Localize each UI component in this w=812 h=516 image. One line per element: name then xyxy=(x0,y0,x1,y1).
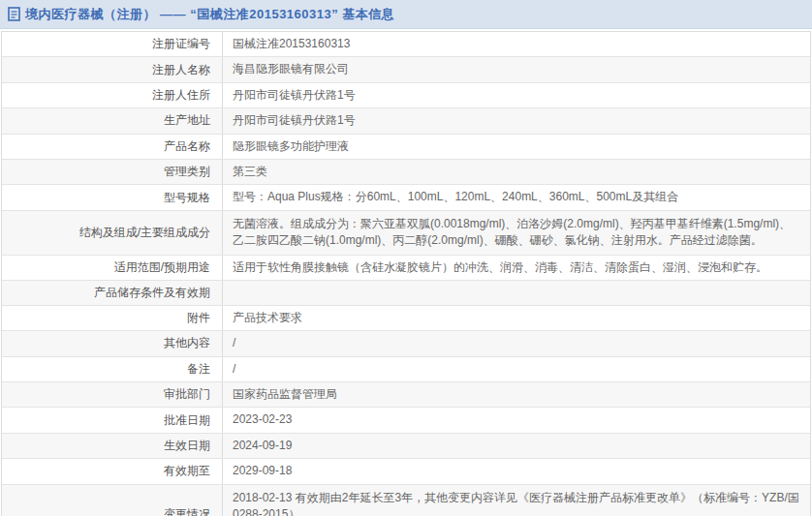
row-value: 2024-09-19 xyxy=(223,434,810,458)
row-value: 海昌隐形眼镜有限公司 xyxy=(223,57,810,81)
row-value: 产品技术要求 xyxy=(223,306,810,330)
row-label: 型号规格 xyxy=(2,185,223,209)
document-icon xyxy=(8,7,20,21)
row-label: 备注 xyxy=(2,357,223,381)
row-value: / xyxy=(223,331,810,355)
table-row-production-address: 生产地址 丹阳市司徒镇丹伏路1号 xyxy=(2,108,810,134)
row-label: 产品名称 xyxy=(2,135,223,159)
row-label: 附件 xyxy=(2,306,223,330)
page-title: 境内医疗器械（注册） —— “国械注准20153160313” 基本信息 xyxy=(25,6,394,23)
row-label: 变更情况 xyxy=(2,485,223,516)
row-label: 注册证编号 xyxy=(2,32,223,56)
registration-info-page: 境内医疗器械（注册） —— “国械注准20153160313” 基本信息 注册证… xyxy=(0,0,812,516)
row-value: 丹阳市司徒镇丹伏路1号 xyxy=(223,83,810,107)
row-label: 注册人住所 xyxy=(2,83,223,107)
row-label: 注册人名称 xyxy=(2,57,223,81)
row-label: 生产地址 xyxy=(2,108,223,133)
row-label: 结构及组成/主要组成成分 xyxy=(2,211,223,255)
table-row-approval-date: 批准日期 2023-02-23 xyxy=(2,408,810,433)
row-value: 国械注准20153160313 xyxy=(223,32,810,56)
row-value: 第三类 xyxy=(223,160,810,184)
table-row-registrant-address: 注册人住所 丹阳市司徒镇丹伏路1号 xyxy=(2,83,810,108)
table-row-model-spec: 型号规格 型号：Aqua Plus规格：分60mL、100mL、120mL、24… xyxy=(2,185,810,210)
info-table: 注册证编号 国械注准20153160313 注册人名称 海昌隐形眼镜有限公司 注… xyxy=(1,31,811,516)
table-row-intended-use: 适用范围/预期用途 适用于软性角膜接触镜（含硅水凝胶镜片）的冲洗、润滑、消毒、清… xyxy=(2,256,810,281)
table-row-effective-date: 生效日期 2024-09-19 xyxy=(2,434,810,459)
row-label: 生效日期 xyxy=(2,434,223,458)
table-row-composition: 结构及组成/主要组成成分 无菌溶液。组成成分为：聚六亚基双胍(0.0018mg/… xyxy=(2,211,810,256)
row-label: 有效期至 xyxy=(2,459,223,483)
row-value: 隐形眼镜多功能护理液 xyxy=(223,135,810,159)
table-row-approval-department: 审批部门 国家药品监督管理局 xyxy=(2,382,810,408)
row-value: 2029-09-18 xyxy=(223,459,810,483)
row-value: 型号：Aqua Plus规格：分60mL、100mL、120mL、240mL、3… xyxy=(223,185,810,209)
row-value xyxy=(223,288,810,296)
table-row-change-history: 变更情况 2018-02-13 有效期由2年延长至3年，其他变更内容详见《医疗器… xyxy=(2,485,810,516)
row-value: 2023-02-23 xyxy=(223,408,810,432)
table-row-product-name: 产品名称 隐形眼镜多功能护理液 xyxy=(2,135,810,160)
row-value: / xyxy=(223,357,810,381)
table-row-registrant-name: 注册人名称 海昌隐形眼镜有限公司 xyxy=(2,57,810,82)
row-value: 国家药品监督管理局 xyxy=(223,382,810,407)
row-value: 丹阳市司徒镇丹伏路1号 xyxy=(223,108,810,133)
page-header: 境内医疗器械（注册） —— “国械注准20153160313” 基本信息 xyxy=(0,0,812,29)
table-row-storage-validity: 产品储存条件及有效期 xyxy=(2,281,810,306)
row-label: 其他内容 xyxy=(2,331,223,355)
row-label: 批准日期 xyxy=(2,408,223,432)
table-row-management-category: 管理类别 第三类 xyxy=(2,160,810,185)
table-row-expiry-date: 有效期至 2029-09-18 xyxy=(2,459,810,484)
row-label: 审批部门 xyxy=(2,382,223,407)
row-label: 管理类别 xyxy=(2,160,223,184)
table-row-remarks: 备注 / xyxy=(2,357,810,382)
table-row-attachment: 附件 产品技术要求 xyxy=(2,306,810,331)
row-label: 适用范围/预期用途 xyxy=(2,256,223,280)
table-row-other-content: 其他内容 / xyxy=(2,331,810,356)
table-row-registration-number: 注册证编号 国械注准20153160313 xyxy=(2,32,810,57)
row-label: 产品储存条件及有效期 xyxy=(2,281,223,305)
row-value: 2018-02-13 有效期由2年延长至3年，其他变更内容详见《医疗器械注册产品… xyxy=(223,485,810,516)
row-value: 适用于软性角膜接触镜（含硅水凝胶镜片）的冲洗、润滑、消毒、清洁、清除蛋白、湿润、… xyxy=(223,256,810,280)
row-value: 无菌溶液。组成成分为：聚六亚基双胍(0.0018mg/ml)、泊洛沙姆(2.0m… xyxy=(223,211,810,255)
